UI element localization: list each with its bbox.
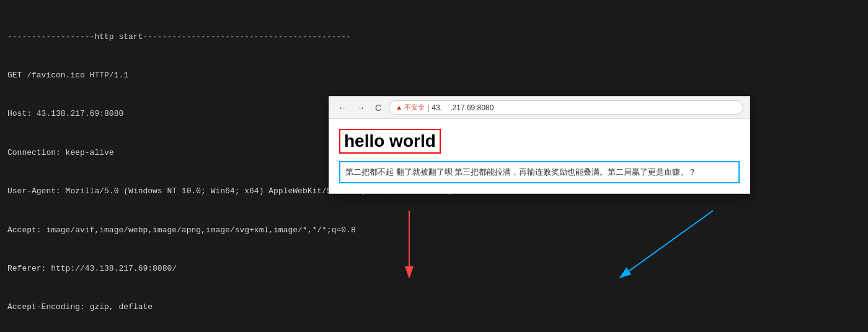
browser-toolbar: ← → C ▲ 不安全 | 43. .217.69:8080 bbox=[329, 97, 750, 119]
page-heading: hello world bbox=[339, 129, 441, 154]
address-bar[interactable]: ▲ 不安全 | 43. .217.69:8080 bbox=[389, 100, 743, 115]
page-paragraph: 第二把都不起 翻了就被翻了呗 第三把都能拉满，再输连败奖励也能叠满。第二局赢了更… bbox=[339, 161, 740, 183]
http-start-line: ------------------http start------------… bbox=[7, 31, 861, 44]
get-line: GET /favicon.ico HTTP/1.1 bbox=[7, 69, 861, 82]
security-indicator: ▲ 不安全 bbox=[396, 103, 425, 112]
accept-line: Accept: image/avif,image/webp,image/apng… bbox=[7, 224, 861, 237]
forward-button[interactable]: → bbox=[354, 102, 368, 114]
back-button[interactable]: ← bbox=[335, 102, 349, 114]
accept-encoding-line: Accept-Encoding: gzip, deflate bbox=[7, 301, 861, 314]
address-text: 43. .217.69:8080 bbox=[432, 103, 494, 112]
address-separator: | bbox=[427, 103, 429, 112]
referer-line: Referer: http://43.138.217.69:8080/ bbox=[7, 263, 861, 276]
browser-window: ← → C ▲ 不安全 | 43. .217.69:8080 hello wor… bbox=[329, 96, 750, 194]
refresh-button[interactable]: C bbox=[373, 102, 384, 114]
browser-content: hello world 第二把都不起 翻了就被翻了呗 第三把都能拉满，再输连败奖… bbox=[329, 119, 750, 193]
